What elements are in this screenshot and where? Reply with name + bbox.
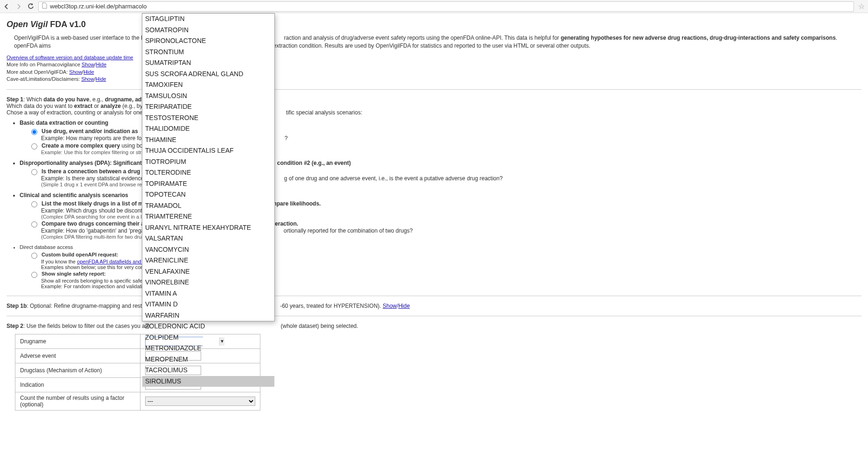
address-bar[interactable]: webcl3top.rz.uni-kiel.de/pharmacolo (38, 1, 854, 12)
step1-block: Step 1: Which data do you have, e.g., dr… (7, 96, 861, 116)
basic-section-head: Basic data extraction or counting (20, 120, 108, 126)
basic-opt1-radio[interactable] (31, 129, 37, 135)
adverse-label: Adverse event (15, 349, 140, 363)
caveat-hide-link[interactable]: Hide (96, 76, 106, 82)
url-text: webcl3top.rz.uni-kiel.de/pharmacolo (50, 3, 147, 10)
dda-opt2-label: Show single safety report: (42, 271, 106, 277)
dropdown-item[interactable]: THIAMINE (142, 135, 274, 146)
divider-2 (7, 296, 861, 296)
dropdown-item[interactable]: VITAMIN A (142, 288, 274, 299)
caveat-show-link[interactable]: Show (81, 76, 94, 82)
bookmark-star-icon[interactable]: ☆ (857, 2, 866, 11)
dropdown-item[interactable]: TOLTERODINE (142, 167, 274, 178)
dda-opt1-radio[interactable] (31, 253, 37, 259)
drugclass-label: Drugclass (Mechanism of Action) (15, 363, 140, 378)
dpa-opt1-label: Is there a connection between a drug (42, 168, 140, 175)
dropdown-item[interactable]: VINORELBINE (142, 277, 274, 288)
basic-opt2-label: Create a more complex query (42, 142, 120, 149)
step1b-hide-link[interactable]: Hide (398, 303, 410, 309)
dropdown-item[interactable]: STRONTIUM (142, 47, 274, 58)
step1b-show-link[interactable]: Show (383, 303, 397, 309)
basic-opt1-label: Use drug, event and/or indication as (42, 128, 138, 135)
dda-section-head: Direct database access (20, 244, 73, 250)
dropdown-item[interactable]: TOPIRAMATE (142, 178, 274, 190)
dda-opt2-radio[interactable] (31, 272, 37, 278)
dropdown-item[interactable]: VARENICLINE (142, 255, 274, 266)
clinical-section-head: Clinical and scientific analysis scenari… (20, 192, 128, 199)
dropdown-item[interactable]: ZOLPIDEM (142, 332, 274, 343)
step2-block: Step 2: Use the fields below to filter o… (7, 323, 861, 329)
dropdown-item[interactable]: THALIDOMIDE (142, 123, 274, 135)
pharm-hide-link[interactable]: Hide (96, 62, 106, 67)
dropdown-item[interactable]: TACROLIMUS (142, 365, 274, 376)
divider (7, 89, 861, 90)
dropdown-item[interactable]: SITAGLIPTIN (142, 14, 274, 25)
dropdown-item[interactable]: VALSARTAN (142, 233, 274, 244)
clinical-opt1-radio[interactable] (31, 201, 37, 207)
page-icon (42, 2, 48, 10)
dropdown-item[interactable]: METRONIDAZOLE (142, 343, 274, 354)
divider-3 (7, 316, 861, 316)
dropdown-item[interactable]: SPIRONOLACTONE (142, 35, 274, 47)
overview-link[interactable]: Overview of software version and databas… (7, 55, 133, 60)
dropdown-item[interactable]: MEROPENEM (142, 354, 274, 365)
browser-toolbar: webcl3top.rz.uni-kiel.de/pharmacolo ☆ (0, 0, 868, 13)
dropdown-item[interactable]: SIROLIMUS (142, 376, 274, 387)
drugname-label: Drugname (15, 334, 140, 349)
title-italic: Open Vigil (7, 20, 48, 29)
reload-button[interactable] (26, 2, 35, 11)
title-rest: FDA v1.0 (48, 20, 85, 29)
dropdown-item[interactable]: TESTOSTERONE (142, 113, 274, 124)
basic-opt2-radio[interactable] (31, 143, 37, 149)
dropdown-item[interactable]: TOPOTECAN (142, 189, 274, 200)
step1b-block: Step 1b: Optional: Refine drugname-mappi… (7, 303, 861, 309)
about-hide-link[interactable]: Hide (84, 69, 94, 75)
dda-opt1-label: Custom build openAPI request: (42, 252, 118, 257)
count-select[interactable]: --- (145, 397, 255, 406)
pharm-show-link[interactable]: Show (82, 62, 95, 67)
dropdown-item[interactable]: SUMATRIPTAN (142, 57, 274, 69)
dropdown-item[interactable]: TRAMADOL (142, 200, 274, 212)
dropdown-item[interactable]: URANYL NITRATE HEXAHYDRATE (142, 222, 274, 234)
drugname-dropdown-list[interactable]: SITAGLIPTINSOMATROPINSPIRONOLACTONESTRON… (142, 13, 275, 321)
dropdown-item[interactable]: SOMATROPIN (142, 25, 274, 36)
dropdown-item[interactable]: THUJA OCCIDENTALIS LEAF (142, 145, 274, 156)
dropdown-item[interactable]: TAMSULOSIN (142, 91, 274, 102)
dropdown-item[interactable]: ZOLEDRONIC ACID (142, 321, 274, 332)
dropdown-item[interactable]: TERIPARATIDE (142, 101, 274, 113)
dropdown-item[interactable]: WARFARIN (142, 310, 274, 321)
about-show-link[interactable]: Show (69, 69, 82, 75)
dropdown-item[interactable]: VITAMIN D (142, 299, 274, 310)
back-button[interactable] (2, 2, 11, 11)
dropdown-item[interactable]: SUS SCROFA ADRENAL GLAND (142, 69, 274, 80)
info-links-block: Overview of software version and databas… (7, 54, 861, 83)
clinical-opt2-radio[interactable] (31, 221, 37, 227)
dropdown-item[interactable]: VANCOMYCIN (142, 244, 274, 255)
dpa-opt1-radio[interactable] (31, 169, 37, 175)
indication-label: Indication (15, 378, 140, 392)
forward-button[interactable] (14, 2, 23, 11)
count-label: Count the number of results using a fact… (15, 392, 140, 411)
dropdown-item[interactable]: TAMOXIFEN (142, 79, 274, 91)
dropdown-item[interactable]: VENLAFAXINE (142, 266, 274, 277)
page-title: Open Vigil FDA v1.0 (7, 20, 861, 29)
dropdown-item[interactable]: TRIAMTERENE (142, 211, 274, 222)
table-row: Count the number of results using a fact… (15, 392, 260, 411)
intro-paragraph: OpenVigilFDA is a web-based user interfa… (14, 34, 854, 50)
dropdown-item[interactable]: TIOTROPIUM (142, 156, 274, 168)
